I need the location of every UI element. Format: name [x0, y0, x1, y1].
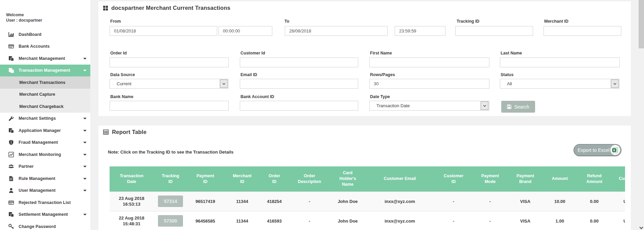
sidebar-subitem-merchant-chargeback[interactable]: Merchant Chargeback	[0, 100, 90, 113]
sidebar-item-rejected-transaction-list[interactable]: Rejected Transaction List	[0, 197, 90, 209]
order-id-input[interactable]	[110, 58, 229, 67]
sidebar-item-label: Fraud Management	[19, 140, 58, 145]
last-name-label: Last Name	[501, 51, 522, 55]
table-icon	[103, 130, 109, 135]
export-to-excel-button[interactable]: Export to Excel	[574, 144, 621, 156]
selected-value: All	[507, 79, 512, 88]
filters-panel: docspartner Merchant Current Transaction…	[98, 1, 631, 116]
merchant-id-label: Merchant ID	[544, 19, 569, 24]
to-date-input[interactable]	[285, 26, 388, 36]
column-header-currency: Currency	[611, 166, 625, 191]
tracking-id-button[interactable]: 57300	[158, 215, 183, 227]
users-icon	[8, 164, 14, 169]
sidebar-item-bank-accounts[interactable]: Bank Accounts	[0, 41, 90, 53]
column-header-payment-brand: PaymentBrand	[509, 166, 542, 191]
column-header-payment-id: PaymentID	[187, 166, 223, 191]
column-header-amount: Amount	[542, 166, 578, 191]
caret-down-icon	[83, 142, 87, 143]
rows-pages-input[interactable]	[369, 79, 489, 89]
save-icon	[507, 105, 511, 109]
sidebar-item-user-management[interactable]: User Management	[0, 185, 90, 197]
tracking-id-input[interactable]	[455, 26, 533, 36]
sidebar-item-change-password[interactable]: Change Password	[0, 221, 90, 230]
sidebar-item-label: Transaction Management	[19, 68, 70, 73]
search-button[interactable]: Search	[501, 101, 535, 113]
shield-icon	[8, 140, 14, 145]
vertical-scrollbar[interactable]	[639, 0, 644, 230]
data-source-select[interactable]: Current	[110, 79, 229, 89]
cell: 11344	[223, 191, 261, 211]
sidebar-item-merchant-management[interactable]: Merchant Management	[0, 52, 90, 65]
to-time-input[interactable]	[395, 26, 445, 36]
sidebar-item-dashboard[interactable]: DashBoard	[0, 28, 90, 41]
cell: 96456585	[187, 211, 223, 230]
tracking-id-button[interactable]: 57314	[158, 196, 183, 207]
bank-name-input[interactable]	[110, 101, 229, 111]
report-panel: Report Table Note: Click on the Tracking…	[98, 125, 631, 230]
sidebar-submenu: Merchant TransactionsMerchant CaptureMer…	[0, 76, 90, 113]
email-id-input[interactable]	[240, 79, 358, 89]
bank-account-id-label: Bank Account ID	[240, 94, 274, 99]
cell: 57314	[154, 191, 187, 211]
sidebar-subitem-merchant-transactions[interactable]: Merchant Transactions	[0, 76, 90, 89]
credit-card-icon	[8, 200, 14, 205]
column-header-payment-mode: PaymentMode	[472, 166, 509, 191]
user-icon	[8, 188, 14, 193]
sidebar-item-fraud-management[interactable]: Fraud Management	[0, 137, 90, 149]
sidebar-item-transaction-management[interactable]: Transaction Management	[0, 65, 90, 77]
date-type-label: Date Type	[370, 94, 390, 99]
cell: -	[472, 211, 509, 230]
sidebar-item-label: User Management	[19, 188, 55, 193]
cell: 0.00	[578, 191, 611, 211]
caret-down-icon	[83, 190, 87, 191]
excel-icon	[610, 145, 620, 155]
column-header-order-description: OrderDescription	[288, 166, 331, 191]
sidebar-item-application-manager[interactable]: Application Manager	[0, 124, 90, 137]
chevron-down-icon[interactable]	[481, 101, 488, 110]
column-header-customer-id: CustomerID	[436, 166, 472, 191]
merchant-id-input[interactable]	[544, 26, 621, 36]
bank-account-id-input[interactable]	[240, 101, 358, 111]
cell: 0.00	[578, 211, 611, 230]
first-name-input[interactable]	[369, 58, 489, 67]
sidebar-item-label: Rejected Transaction List	[19, 200, 71, 205]
sidebar-item-merchant-monitoring[interactable]: Merchant Monitoring	[0, 148, 90, 161]
sidebar-subitem-merchant-capture[interactable]: Merchant Capture	[0, 89, 90, 101]
sidebar-item-settlement-management[interactable]: Settlement Management	[0, 209, 90, 221]
last-name-input[interactable]	[500, 58, 620, 67]
sidebar-item-label: Merchant Management	[19, 56, 65, 61]
cell: John Doe	[331, 191, 364, 211]
key-icon	[8, 224, 14, 229]
tracking-id-label: Tracking ID	[457, 19, 479, 24]
sidebar-item-partner[interactable]: Partner	[0, 161, 90, 173]
caret-down-icon	[83, 130, 87, 132]
sidebar-item-merchant-settings[interactable]: Merchant Settings	[0, 113, 90, 125]
cell: 418254	[261, 191, 288, 211]
scrollbar-down-arrow-icon[interactable]	[639, 227, 643, 229]
order-id-label: Order Id	[110, 51, 127, 55]
rows-pages-label: Rows/Pages	[370, 72, 395, 77]
customer-id-input[interactable]	[240, 58, 358, 67]
caret-down-icon	[83, 58, 87, 60]
report-table: TransactionDateTrackingIDPaymentIDMercha…	[110, 166, 625, 230]
from-date-input[interactable]	[110, 26, 217, 36]
status-select[interactable]: All	[500, 79, 620, 89]
report-note: Note: Click on the Tracking ID to see th…	[108, 150, 233, 155]
chevron-down-icon[interactable]	[611, 79, 619, 88]
column-header-order-id: OrderID	[261, 166, 288, 191]
caret-down-icon	[83, 178, 87, 180]
export-to-excel-label: Export to Excel	[578, 147, 610, 153]
column-header-refund-amount: RefundAmount	[578, 166, 611, 191]
chevron-down-icon[interactable]	[220, 79, 228, 88]
search-button-label: Search	[514, 104, 529, 110]
copy-file-icon	[8, 55, 14, 61]
caret-down-icon	[83, 118, 87, 119]
from-time-input[interactable]	[218, 26, 272, 36]
cell: 416593	[261, 211, 288, 230]
scrollbar-thumb[interactable]	[639, 0, 644, 48]
date-type-select[interactable]: Transaction Date	[369, 101, 489, 111]
cell: 23 Aug 201816:53:13	[110, 191, 154, 211]
sidebar-item-label: Settlement Management	[19, 212, 68, 217]
sidebar-item-rule-management[interactable]: Rule Management	[0, 172, 90, 185]
cell: 1.00	[542, 211, 578, 230]
